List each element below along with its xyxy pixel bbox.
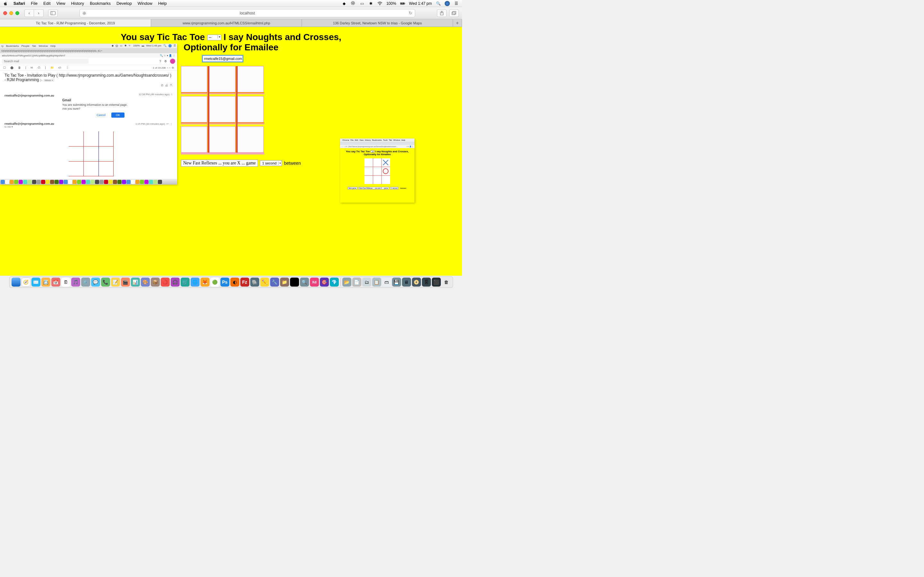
dock-folder-icon[interactable]: 🗂 [362,277,371,287]
airplay-icon[interactable]: ▭ [359,1,365,6]
tabs-button[interactable] [449,9,459,17]
dock-app-icon[interactable]: 💬 [91,277,100,287]
dock-app-icon[interactable]: 📦 [151,277,160,287]
dock-app-icon[interactable]: 🌐 [191,277,200,287]
address-bar[interactable]: ⊕ localhost ↻ [79,9,415,17]
battery-icon[interactable] [400,1,405,6]
board-cell-1[interactable] [181,66,207,92]
sidebar-button[interactable] [48,9,58,17]
dock-folder-icon[interactable]: 📂 [342,277,351,287]
dock-finder-icon[interactable] [11,277,21,287]
dock-app-icon[interactable]: ✉️ [31,277,40,287]
dock-app-icon[interactable]: 🎨 [141,277,150,287]
menu-develop[interactable]: Develop [116,1,132,6]
board-cell-3[interactable] [237,66,264,92]
dock-app-icon[interactable]: 📅 [51,277,60,287]
dock-folder-icon[interactable]: 🗄 [422,277,431,287]
wifi-icon[interactable] [377,1,383,6]
status-icon-2[interactable]: Ⓜ [351,1,355,6]
board-cell-9[interactable] [237,126,264,153]
menu-history[interactable]: History [71,1,84,6]
notification-center-icon[interactable]: ☰ [454,1,459,6]
siri-icon[interactable] [445,1,450,6]
menu-window[interactable]: Window [137,1,152,6]
clock[interactable]: Wed 1:47 pm [409,1,432,6]
dock-app-icon[interactable]: ⭕ [161,277,170,287]
forward-button[interactable]: › [34,9,44,17]
dock-app-icon[interactable]: 💎 [330,277,339,287]
share-button[interactable] [437,9,447,17]
dock-app-icon[interactable]: 🗓 [61,277,70,287]
dock-app-icon[interactable]: ⚙️ [81,277,90,287]
dock-folder-icon[interactable]: 🗃 [382,277,391,287]
dock-app-icon[interactable]: 🎵 [71,277,80,287]
new-tab-button[interactable]: + [453,19,462,27]
board-cell-5[interactable] [209,96,236,122]
tab-2[interactable]: www.rjmprogramming.com.au/HTMLCSS/emailh… [151,19,302,27]
dock-folder-icon[interactable]: ⬛ [432,277,441,287]
apple-icon[interactable] [3,1,8,6]
tab-1[interactable]: Tic Tac Toe - RJM Programming - December… [0,19,151,27]
dock-app-icon[interactable]: 🐘 [250,277,259,287]
dock-folder-icon[interactable]: 🖥 [402,277,411,287]
dock-app-icon[interactable]: ◐ [230,277,239,287]
dock-app-icon[interactable]: 📁 [280,277,289,287]
reload-icon[interactable]: ↻ [409,11,412,15]
dock-app-icon[interactable]: ✏️ [260,277,269,287]
dock-ps-icon[interactable]: Ps [220,277,229,287]
dock-terminal-icon[interactable]: ▢ [290,277,299,287]
dock-folder-icon[interactable]: 📄 [352,277,361,287]
controls-after-text: between [284,161,301,166]
dock-app-icon[interactable]: 🔍 [300,277,309,287]
minimize-window-button[interactable] [9,11,13,15]
close-window-button[interactable] [3,11,7,15]
gmail-cancel-button[interactable]: Cancel [94,113,108,118]
zoom-window-button[interactable] [15,11,19,15]
back-button[interactable]: ‹ [24,9,34,17]
gmail-ok-button[interactable]: OK [111,113,124,118]
dock-app-icon[interactable]: 📝 [111,277,120,287]
dock-app-icon[interactable]: 🎬 [121,277,130,287]
spotlight-icon[interactable]: 🔍 [436,1,441,6]
gmail-screenshot: ry Bookmarks People Tab Window Help ◆Ⓜ▭✱… [0,44,177,185]
dock-fz-icon[interactable]: Fz [240,277,249,287]
board-cell-8[interactable] [209,126,236,153]
board-cell-7[interactable] [181,126,207,153]
app-name[interactable]: Safari [13,1,25,6]
status-icon-1[interactable]: ◆ [341,1,347,6]
dock-chrome-icon[interactable]: 🟢 [210,277,220,287]
tictactoe-board[interactable] [181,66,264,153]
chrome-screenshot: Chrome File Edit View History Bookmarks … [340,139,415,203]
board-cell-4[interactable] [181,96,207,122]
dock-folder-icon[interactable]: 📀 [412,277,421,287]
dock-app-icon[interactable]: 🎯 [320,277,329,287]
bluetooth-icon[interactable]: ✱ [368,1,373,6]
menu-help[interactable]: Help [158,1,167,6]
title-select[interactable] [207,35,221,40]
menu-bookmarks[interactable]: Bookmarks [90,1,111,6]
email-input[interactable]: rmetcalfe15@gmail.com [202,55,243,62]
dock-app-icon[interactable]: 🎧 [171,277,180,287]
tab-3[interactable]: 136 Darley Street, Newtown NSW to trias … [302,19,453,27]
menu-view[interactable]: View [57,1,65,6]
menu-file[interactable]: File [31,1,37,6]
menu-edit[interactable]: Edit [43,1,50,6]
dock-app-icon[interactable]: 🧭 [21,277,31,287]
interval-select[interactable]: 1 second [260,160,282,166]
dock-trash-icon[interactable]: 🗑 [442,277,451,287]
dock-app-icon[interactable]: 🛒 [181,277,190,287]
dock-app-icon[interactable]: 🔧 [270,277,279,287]
board-cell-6[interactable] [237,96,264,122]
gmail-search-input[interactable] [2,59,89,64]
dock-app-icon[interactable]: 📞 [101,277,110,287]
add-page-icon[interactable]: ⊕ [82,11,86,16]
dock-app-icon[interactable]: 📇 [41,277,50,287]
dock-app-icon[interactable]: 🦊 [200,277,210,287]
dock-xd-icon[interactable]: Xd [310,277,319,287]
safari-toolbar: ‹ › ⊕ localhost ↻ [0,7,462,19]
new-game-button[interactable]: New Fast Reflexes ... you are X ... game [181,160,258,167]
dock-app-icon[interactable]: 📊 [131,277,140,287]
board-cell-2[interactable] [209,66,236,92]
dock-folder-icon[interactable]: 💾 [392,277,401,287]
dock-folder-icon[interactable]: 📋 [372,277,381,287]
